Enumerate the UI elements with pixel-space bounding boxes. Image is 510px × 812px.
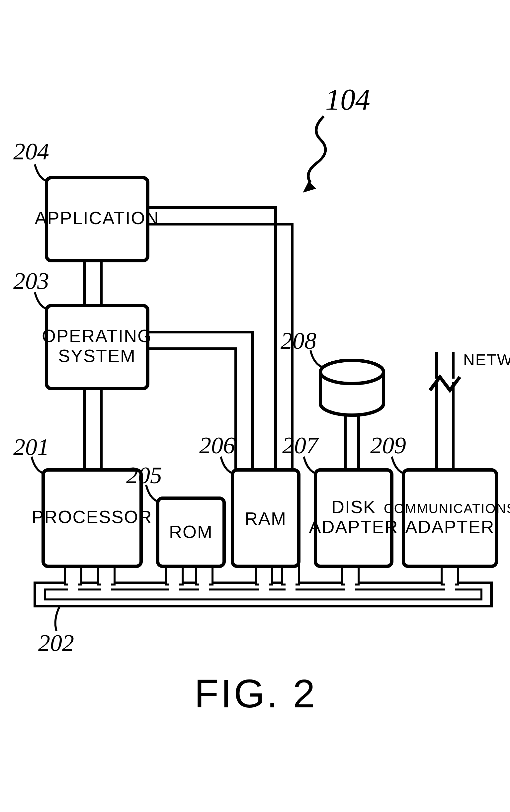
callout-leader-209: [392, 457, 403, 473]
svg-rect-1: [68, 564, 78, 591]
callout-leader-207: [304, 457, 316, 473]
disk-label-1: DISK: [331, 497, 376, 517]
svg-rect-7: [199, 564, 209, 591]
svg-rect-11: [286, 564, 296, 591]
callout-leader-203: [35, 292, 47, 309]
callout-203: 203: [13, 268, 49, 294]
ram-label: RAM: [245, 509, 287, 528]
svg-point-22: [321, 360, 384, 384]
processor-label: PROCESSOR: [32, 507, 152, 527]
callout-207: 207: [282, 432, 319, 459]
disk-cylinder-icon: [321, 360, 384, 415]
disk-label-2: ADAPTER: [309, 517, 398, 537]
application-label: APPLICATION: [34, 208, 159, 228]
figure-ref-callout: 104: [325, 83, 370, 116]
os-label-1: OPERATING: [42, 326, 152, 346]
callout-204: 204: [13, 138, 49, 165]
svg-rect-3: [101, 564, 111, 591]
callout-leader-202: [55, 606, 60, 631]
comms-label-1: COMMUNICATIONS: [384, 501, 510, 516]
callout-206: 206: [199, 432, 235, 459]
network-label: NETWORK: [463, 351, 510, 369]
figure-caption: FIG. 2: [194, 671, 317, 716]
squiggle-arrow: [308, 116, 325, 183]
svg-rect-13: [345, 564, 355, 591]
callout-leader-206: [221, 457, 233, 473]
svg-rect-15: [445, 564, 455, 591]
callout-209: 209: [370, 432, 406, 459]
rom-label: ROM: [169, 522, 213, 542]
callout-202: 202: [38, 630, 74, 656]
callout-205: 205: [126, 462, 162, 489]
callout-201: 201: [13, 434, 49, 460]
svg-rect-5: [169, 564, 179, 591]
callout-leader-204: [35, 165, 47, 181]
svg-rect-9: [259, 564, 269, 591]
os-label-2: SYSTEM: [58, 346, 136, 366]
callout-208: 208: [280, 327, 317, 354]
comms-label-2: ADAPTER: [405, 517, 494, 537]
diagram-canvas: APPLICATION 204 OPERATING SYSTEM 203 PRO…: [0, 0, 510, 812]
